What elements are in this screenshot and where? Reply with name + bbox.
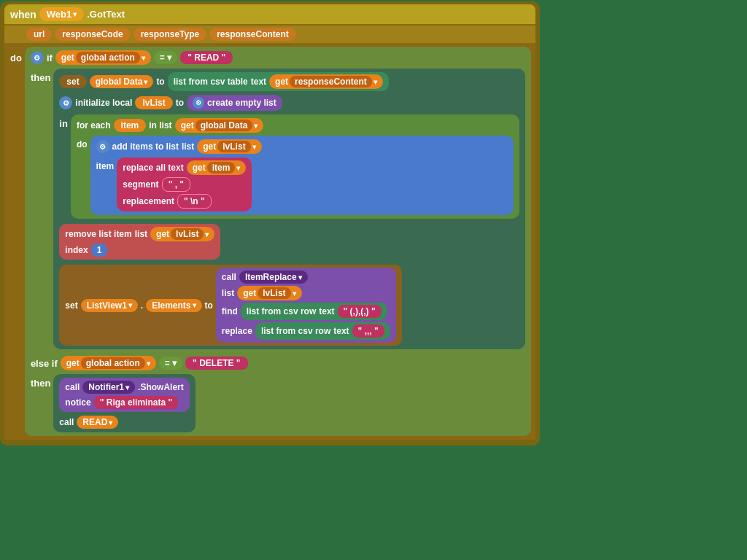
remove-list-item-label: remove list item xyxy=(65,229,131,239)
else-then-label: then xyxy=(31,378,50,389)
notice-label: notice xyxy=(65,397,90,408)
dot-label: . xyxy=(141,300,143,311)
gear-init[interactable]: ⚙ xyxy=(59,96,72,109)
notifier1-pill[interactable]: Notifier1 ▾ xyxy=(82,381,135,394)
replacement-label: replacement xyxy=(123,196,174,206)
to-label-3: to xyxy=(205,300,213,311)
if-label: if xyxy=(47,52,53,63)
listview1-pill[interactable]: ListView1 ▾ xyxy=(81,299,138,312)
list-label-call: list xyxy=(222,288,234,298)
do-section: do ⚙ if get global action ▾ = ▾ " R xyxy=(4,43,535,440)
elseif-row: else if get global action ▾ = ▾ " DELETE… xyxy=(31,356,525,370)
get-lvlist-pill-2[interactable]: get lvList ▾ xyxy=(150,227,214,241)
create-empty-list-block[interactable]: ⚙ create empty list xyxy=(187,95,282,111)
get-global-action-pill[interactable]: get global action ▾ xyxy=(55,50,151,65)
web1-pill[interactable]: Web1 ▾ xyxy=(39,7,84,21)
main-canvas: when Web1 ▾ .GotText url responseCode re… xyxy=(0,0,747,560)
find-label: find xyxy=(222,306,238,316)
init-local-row: ⚙ initialize local lvList to ⚙ create em… xyxy=(59,95,519,111)
call-read-row: call READ ▾ xyxy=(59,416,189,429)
text-kw-1: text xyxy=(251,77,266,87)
read-pill[interactable]: READ ▾ xyxy=(77,416,118,429)
set-listview-block: set ListView1 ▾ . Elements ▾ xyxy=(59,265,401,346)
to-label-2: to xyxy=(176,98,184,108)
in-row: in for each item in list xyxy=(59,114,519,219)
init-local-label: initialize local xyxy=(75,98,132,108)
call-list-row: list get lvList ▾ xyxy=(222,286,390,300)
do-inner-label: do xyxy=(77,139,88,149)
item-replace-pill[interactable]: ItemReplace ▾ xyxy=(239,271,308,284)
create-empty-list-label: create empty list xyxy=(207,98,276,108)
if-block: ⚙ if get global action ▾ = ▾ " READ " th… xyxy=(25,47,531,436)
else-then-inner: call Notifier1 ▾ .ShowAlert notice " xyxy=(53,374,195,432)
web1-label: Web1 xyxy=(47,9,71,20)
call-find-row: find list from csv row text " (,),(,) " xyxy=(222,303,390,320)
replace-all-text-block: replace all text get item ▾ xyxy=(117,158,252,211)
for-each-row: for each item in list get global Data ▾ xyxy=(77,118,514,133)
list-from-csv-table-label: list from csv table xyxy=(174,77,248,87)
riga-eliminata-string: " Riga eliminata " xyxy=(94,396,178,409)
add-items-label: add items to list xyxy=(112,141,179,152)
item-kw-label: item xyxy=(96,161,115,171)
add-items-row: ⚙ add items to list list get lvList ▾ xyxy=(96,139,508,154)
response-content-pill: responseContent xyxy=(209,28,296,41)
replace-string: " ,,, " xyxy=(352,324,384,338)
find-string: " (,),(,) " xyxy=(338,305,382,318)
get-global-data-pill[interactable]: get global Data ▾ xyxy=(175,118,264,133)
show-alert-label: .ShowAlert xyxy=(138,382,184,392)
gear-add[interactable]: ⚙ xyxy=(96,140,109,153)
if-row: ⚙ if get global action ▾ = ▾ " READ " xyxy=(31,50,525,65)
in-label: in xyxy=(59,118,68,129)
get-global-action-pill-2[interactable]: get global action ▾ xyxy=(61,356,156,370)
then-section: then set global Data ▾ to lis xyxy=(31,69,525,349)
remove-list-block: remove list item list get lvList ▾ xyxy=(59,224,220,260)
get-label-1: get xyxy=(61,52,74,63)
gear-empty: ⚙ xyxy=(193,97,204,109)
remove-list-row: remove list item list get lvList ▾ xyxy=(59,224,519,260)
item-replace-row: item replace all text xyxy=(96,158,508,211)
set-pill[interactable]: set xyxy=(59,75,86,88)
when-row: when Web1 ▾ .GotText xyxy=(4,4,535,26)
segment-row: segment " , " xyxy=(123,177,246,192)
for-each-block: for each item in list get global Data ▾ xyxy=(71,114,519,219)
params-row: url responseCode responseType responseCo… xyxy=(4,26,535,43)
do-inner-block: ⚙ add items to list list get lvList ▾ xyxy=(90,136,514,215)
then-inner-block: set global Data ▾ to list from csv table… xyxy=(53,69,525,349)
call-label-1: call xyxy=(222,272,236,282)
get-dropdown-1[interactable]: ▾ xyxy=(142,54,145,62)
comma-string: " , " xyxy=(162,177,190,192)
global-action-inner[interactable]: global action xyxy=(76,52,140,63)
in-list-label: in list xyxy=(149,120,171,131)
list-from-csv-row-replace: list from csv row text " ,,, " xyxy=(255,322,390,340)
gear-if[interactable]: ⚙ xyxy=(31,51,44,64)
call-notifier-row: call Notifier1 ▾ .ShowAlert xyxy=(65,381,183,394)
elements-pill[interactable]: Elements ▾ xyxy=(146,299,201,312)
get-lvlist-pill-1[interactable]: get lvList ▾ xyxy=(197,139,261,154)
equals-pill-2[interactable]: = ▾ xyxy=(159,357,182,370)
when-label: when xyxy=(10,9,36,20)
equals-pill-1[interactable]: = ▾ xyxy=(154,51,177,64)
to-label-1: to xyxy=(156,77,164,87)
else-then-section: then call Notifier1 ▾ .ShowAlert xyxy=(31,374,525,432)
got-text-label: .GotText xyxy=(87,9,125,20)
url-pill: url xyxy=(26,28,52,41)
get-response-content-pill[interactable]: get responseContent ▾ xyxy=(269,74,383,89)
web1-dropdown-icon[interactable]: ▾ xyxy=(73,10,77,18)
replacement-row: replacement " \n " xyxy=(123,194,246,209)
list-kw-1: list xyxy=(182,141,194,152)
list-from-csv-table-block: list from csv table text get responseCon… xyxy=(168,72,389,91)
call-notifier-block: call Notifier1 ▾ .ShowAlert notice " xyxy=(59,378,189,412)
set-listview-row: set ListView1 ▾ . Elements ▾ xyxy=(59,265,519,346)
global-data-pill[interactable]: global Data ▾ xyxy=(90,75,154,88)
set-global-data-row: set global Data ▾ to list from csv table… xyxy=(59,72,519,91)
get-lvlist-pill-3[interactable]: get lvList ▾ xyxy=(237,286,301,300)
for-each-label: for each xyxy=(77,120,111,131)
call-label-3: call xyxy=(59,417,74,427)
get-item-pill[interactable]: get item ▾ xyxy=(187,160,247,175)
else-if-label: else if xyxy=(31,358,58,369)
then-label: then xyxy=(31,72,50,83)
response-type-pill: responseType xyxy=(133,28,206,41)
index-value: 1 xyxy=(91,244,108,257)
item-pill: item xyxy=(114,119,147,132)
replace-label: replace xyxy=(222,326,252,336)
